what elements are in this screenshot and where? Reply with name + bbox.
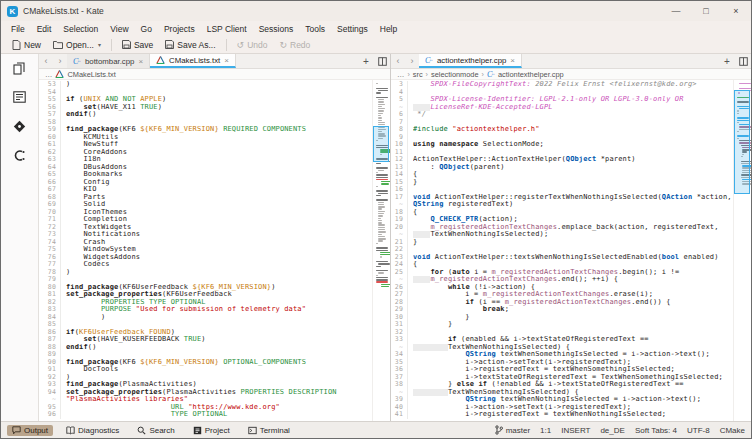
menu-lsp-client[interactable]: LSP Client (201, 24, 253, 34)
cpp-icon: C++ (487, 70, 495, 78)
menu-projects[interactable]: Projects (158, 24, 201, 34)
code-text: while (!i->action) { (413, 284, 733, 292)
output-panel-button[interactable]: Output (7, 425, 53, 436)
right-editor[interactable]: 3 SPDX-FileCopyrightText: 2022 Felix Ern… (391, 80, 751, 421)
breadcrumb-dir-src[interactable]: src (413, 70, 423, 79)
cursor-position[interactable]: 1:1 (540, 426, 551, 435)
breadcrumb-collapsed[interactable]: … (45, 70, 52, 79)
minimap-viewport[interactable] (373, 126, 389, 162)
breadcrumb-dir-selectionmode[interactable]: selectionmode (431, 70, 479, 79)
menu-go[interactable]: Go (135, 24, 158, 34)
code-line: 15} (391, 179, 733, 187)
code-line: 95 URL "https://www.kde.org" (39, 404, 372, 412)
left-code-area[interactable]: 53)5455if (UNIX AND NOT APPLE)56 set(HAV… (39, 80, 372, 421)
filesystem-browser-toolview-button[interactable] (9, 87, 31, 107)
terminal-panel-button[interactable]: Terminal (243, 425, 295, 436)
new-tab-button[interactable]: + (719, 54, 735, 68)
code-line: 39 QString textWhenNothingIsSelected = i… (391, 396, 733, 404)
code-text: NewStuff (66, 141, 372, 149)
input-mode[interactable]: INSERT (561, 426, 590, 435)
menu-settings[interactable]: Settings (331, 24, 374, 34)
code-line: 76 WidgetsAddons (39, 254, 372, 262)
minimap-line (376, 163, 381, 164)
tab-history-forward[interactable]: › (405, 54, 419, 68)
code-text: endif() (66, 344, 372, 352)
undo-button[interactable]: ↺ Undo (232, 38, 273, 52)
menu-edit[interactable]: Edit (31, 24, 58, 34)
tab-cmakelists-txt[interactable]: CMakeLists.txt × (150, 54, 236, 68)
minimap-line (378, 208, 382, 209)
dictionary[interactable]: de_DE (600, 426, 624, 435)
tab-close-icon[interactable]: × (224, 56, 229, 65)
new-tab-button[interactable]: + (358, 54, 374, 68)
diagnostics-panel-button[interactable]: Diagnostics (61, 425, 124, 436)
save-as-button[interactable]: Save As... (160, 38, 220, 52)
close-button[interactable]: × (721, 1, 751, 21)
left-minimap[interactable] (372, 80, 390, 421)
split-view-button[interactable] (735, 54, 751, 68)
menu-file[interactable]: File (5, 24, 31, 34)
minimap-line (376, 277, 388, 278)
minimap-viewport[interactable] (734, 90, 750, 194)
tab-bottombar-cpp[interactable]: C++ bottombar.cpp × (67, 54, 150, 68)
git-branch-indicator[interactable]: master (495, 425, 530, 435)
breadcrumb-file[interactable]: actiontexthelper.cpp (498, 70, 564, 79)
book-icon (66, 426, 75, 435)
menu-view[interactable]: View (104, 24, 134, 34)
project-panel-button[interactable]: Project (188, 425, 235, 436)
tab-history-back[interactable]: ‹ (39, 54, 53, 68)
code-text: set(HAVE_X11 TRUE) (66, 104, 372, 112)
tab-mode[interactable]: Soft Tabs: 4 (635, 426, 677, 435)
breadcrumb-file[interactable]: CMakeLists.txt (67, 70, 115, 79)
minimap-line (378, 240, 383, 241)
open-button[interactable]: Open... ▾ (48, 38, 106, 52)
right-code-area[interactable]: 3 SPDX-FileCopyrightText: 2022 Felix Ern… (391, 80, 733, 421)
code-text: DocTools (66, 366, 372, 374)
minimize-button[interactable]: — (661, 1, 691, 21)
right-minimap[interactable] (733, 80, 751, 421)
tab-history-back[interactable]: ‹ (391, 54, 405, 68)
code-text: { (413, 209, 733, 217)
code-line: 40 i->action->setText(i->registeredText)… (391, 404, 733, 412)
code-text: TextWhenNothingIsSelected); (413, 231, 733, 239)
code-text: if (enabled && i->textStateOfRegisteredT… (413, 336, 733, 344)
maximize-button[interactable]: □ (691, 1, 721, 21)
code-text: Bookmarks (66, 171, 372, 179)
projects-toolview-button[interactable] (9, 116, 31, 136)
menu-help[interactable]: Help (374, 24, 403, 34)
tabbar-spacer (522, 54, 719, 68)
save-button[interactable]: Save (117, 38, 158, 52)
cmake-icon (156, 56, 165, 64)
syntax-mode[interactable]: CMake (720, 426, 745, 435)
minimap-line (378, 263, 390, 264)
encoding[interactable]: UTF-8 (687, 426, 710, 435)
tab-actiontexthelper-cpp[interactable]: C++ actiontexthelper.cpp × (419, 54, 522, 68)
redo-button[interactable]: ↻ Redo (274, 38, 315, 52)
code-text: } (413, 314, 733, 322)
search-panel-button[interactable]: Search (132, 425, 179, 436)
terminal-icon (248, 426, 257, 435)
code-line: 91 DocTools (39, 366, 372, 374)
new-button[interactable]: New (7, 38, 46, 52)
tab-close-icon[interactable]: × (138, 57, 143, 66)
menu-sessions[interactable]: Sessions (253, 24, 300, 34)
left-editor[interactable]: 53)5455if (UNIX AND NOT APPLE)56 set(HAV… (39, 80, 390, 421)
menu-selection[interactable]: Selection (57, 24, 104, 34)
code-line: ~ TextWhenNothingIsSelected); (391, 231, 733, 239)
left-editor-pane: ‹ › C++ bottombar.cpp × CMakeLists.txt ×… (39, 54, 391, 421)
minimap-line (378, 215, 383, 216)
split-view-button[interactable] (374, 54, 390, 68)
minimap-line (376, 266, 381, 267)
symbol-outline-toolview-button[interactable] (9, 145, 31, 165)
tab-close-icon[interactable]: × (510, 56, 515, 65)
speech-bubble-icon (12, 426, 21, 435)
documents-toolview-button[interactable] (9, 58, 31, 78)
git-branch-icon (495, 425, 503, 435)
menu-tools[interactable]: Tools (299, 24, 331, 34)
tab-history-forward[interactable]: › (53, 54, 67, 68)
minimap-line (376, 250, 388, 251)
code-text: } else if (!enabled && i->textStateOfReg… (413, 381, 733, 389)
breadcrumb-collapsed[interactable]: … (397, 70, 404, 79)
redo-icon: ↻ (279, 40, 287, 50)
open-folder-icon (53, 40, 63, 49)
